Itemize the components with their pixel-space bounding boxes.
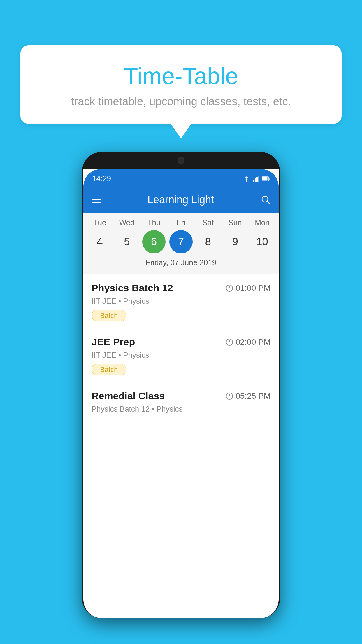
schedule-item-subtitle-1: IIT JEE • Physics xyxy=(92,351,270,360)
battery-icon xyxy=(262,176,270,181)
search-icon[interactable] xyxy=(261,195,270,205)
status-icons xyxy=(242,176,270,182)
svg-rect-2 xyxy=(255,178,256,182)
day-header-thu: Thu xyxy=(142,218,166,227)
status-bar: 14:29 xyxy=(83,169,279,187)
schedule-item-2[interactable]: Remedial Class 05:25 PM Physics Batch 12… xyxy=(83,382,279,424)
day-header-sun: Sun xyxy=(224,218,247,227)
schedule-item-1[interactable]: JEE Prep 02:00 PM IIT JEE • Physics Batc… xyxy=(83,328,279,382)
schedule-item-subtitle-2: Physics Batch 12 • Physics xyxy=(92,405,270,414)
day-number-8[interactable]: 8 xyxy=(196,230,220,253)
phone-screen: 14:29 xyxy=(83,169,279,618)
schedule-item-title-0: Physics Batch 12 xyxy=(92,282,173,294)
selected-date: Friday, 07 June 2019 xyxy=(83,256,279,271)
day-header-tue: Tue xyxy=(88,218,111,227)
day-header-wed: Wed xyxy=(115,218,138,227)
day-number-6[interactable]: 6 xyxy=(142,230,166,253)
calendar-strip: TueWedThuFriSatSunMon 45678910 Friday, 0… xyxy=(83,213,279,274)
app-bar: Learning Light xyxy=(83,187,279,213)
menu-line-3 xyxy=(92,202,101,203)
bubble-title: Time-Table xyxy=(44,63,318,90)
menu-icon[interactable] xyxy=(92,197,101,203)
batch-tag-1: Batch xyxy=(92,364,126,375)
schedule-list: Physics Batch 12 01:00 PM IIT JEE • Phys… xyxy=(83,274,279,424)
svg-point-0 xyxy=(246,181,247,182)
clock-icon xyxy=(226,392,233,400)
phone-frame: 14:29 xyxy=(82,152,280,618)
speech-bubble-arrow xyxy=(171,124,191,139)
svg-rect-3 xyxy=(256,177,258,182)
menu-line-2 xyxy=(92,200,101,200)
speech-bubble-section: Time-Table track timetable, upcoming cla… xyxy=(20,45,342,139)
schedule-item-0[interactable]: Physics Batch 12 01:00 PM IIT JEE • Phys… xyxy=(83,274,279,328)
schedule-item-time-1: 02:00 PM xyxy=(226,337,270,347)
day-number-10[interactable]: 10 xyxy=(250,230,274,253)
schedule-item-time-2: 05:25 PM xyxy=(226,391,270,401)
batch-tag-0: Batch xyxy=(92,310,126,321)
day-number-9[interactable]: 9 xyxy=(224,230,247,253)
svg-rect-1 xyxy=(253,180,254,182)
wifi-icon xyxy=(242,176,251,182)
bubble-subtitle: track timetable, upcoming classes, tests… xyxy=(44,95,318,108)
schedule-item-subtitle-0: IIT JEE • Physics xyxy=(92,297,270,306)
schedule-item-header-0: Physics Batch 12 01:00 PM xyxy=(92,282,270,294)
day-headers: TueWedThuFriSatSunMon xyxy=(83,218,279,227)
day-numbers: 45678910 xyxy=(83,227,279,256)
status-time: 14:29 xyxy=(92,174,111,183)
schedule-item-title-1: JEE Prep xyxy=(92,336,135,348)
signal-icon xyxy=(253,176,259,182)
clock-icon xyxy=(226,338,233,346)
phone-notch xyxy=(149,152,213,168)
clock-icon xyxy=(226,284,233,292)
day-number-4[interactable]: 4 xyxy=(88,230,111,253)
day-header-fri: Fri xyxy=(169,218,193,227)
day-number-5[interactable]: 5 xyxy=(115,230,138,253)
svg-point-8 xyxy=(262,196,268,202)
svg-rect-7 xyxy=(269,178,270,180)
schedule-item-time-0: 01:00 PM xyxy=(226,284,270,293)
menu-line-1 xyxy=(92,197,101,197)
schedule-item-title-2: Remedial Class xyxy=(92,390,165,402)
day-number-7[interactable]: 7 xyxy=(169,230,193,253)
svg-rect-4 xyxy=(258,176,259,182)
speech-bubble: Time-Table track timetable, upcoming cla… xyxy=(20,45,342,124)
svg-line-9 xyxy=(267,202,270,204)
app-title: Learning Light xyxy=(108,194,254,206)
phone-camera xyxy=(178,157,184,164)
svg-rect-6 xyxy=(262,177,268,180)
day-header-mon: Mon xyxy=(250,218,274,227)
phone-mockup: 14:29 xyxy=(22,152,340,618)
schedule-item-header-1: JEE Prep 02:00 PM xyxy=(92,336,270,348)
day-header-sat: Sat xyxy=(196,218,220,227)
schedule-item-header-2: Remedial Class 05:25 PM xyxy=(92,390,270,402)
